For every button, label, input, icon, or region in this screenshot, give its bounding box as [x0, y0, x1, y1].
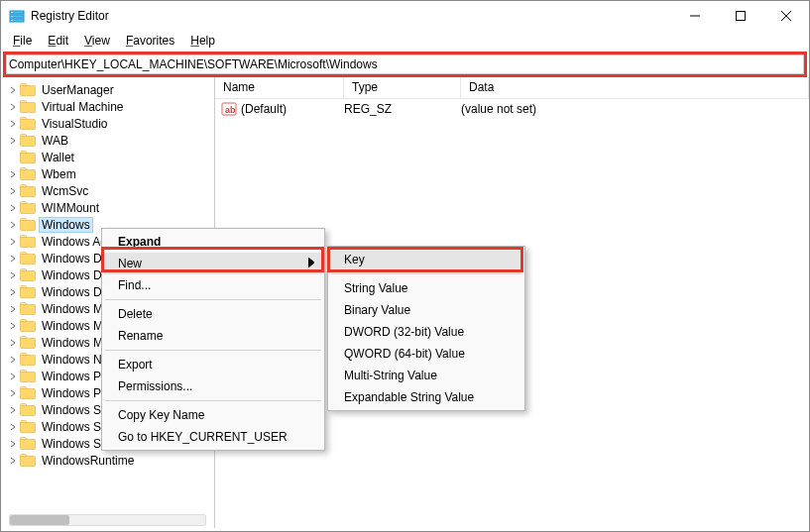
- window-controls: [672, 1, 809, 31]
- menu-item-copy-key-name[interactable]: Copy Key Name: [104, 404, 322, 426]
- tree-item[interactable]: VisualStudio: [1, 115, 214, 132]
- folder-icon: [20, 167, 36, 180]
- menu-item-expand[interactable]: Expand: [104, 231, 322, 253]
- menu-item-go-to-hkey-current-user[interactable]: Go to HKEY_CURRENT_USER: [104, 426, 322, 448]
- svg-rect-17: [21, 137, 36, 147]
- svg-rect-35: [21, 288, 36, 298]
- folder-icon: [20, 370, 36, 382]
- tree-item[interactable]: UserManager: [1, 81, 214, 98]
- expand-icon[interactable]: [7, 84, 18, 95]
- tree-horizontal-scrollbar[interactable]: [9, 514, 206, 526]
- menu-item-multi-string-value[interactable]: Multi-String Value: [330, 365, 522, 386]
- context-menu[interactable]: ExpandNewFind...DeleteRenameExportPermis…: [101, 228, 325, 451]
- expand-icon[interactable]: [7, 455, 18, 466]
- context-submenu-new[interactable]: KeyString ValueBinary ValueDWORD (32-bit…: [327, 246, 525, 411]
- menu-item-new[interactable]: New: [104, 253, 322, 274]
- svg-rect-53: [21, 440, 36, 450]
- svg-rect-27: [21, 221, 36, 231]
- menu-item-rename[interactable]: Rename: [104, 325, 322, 347]
- submenu-arrow-icon: [308, 257, 314, 270]
- menu-item-find[interactable]: Find...: [104, 274, 322, 296]
- menu-item-delete[interactable]: Delete: [104, 303, 322, 325]
- menu-item-qword-64-bit-value[interactable]: QWORD (64-bit) Value: [330, 343, 522, 365]
- expand-icon[interactable]: [7, 236, 18, 247]
- folder-icon: [20, 201, 36, 214]
- window-titlebar: Registry Editor: [1, 1, 809, 31]
- tree-item[interactable]: Wallet: [1, 149, 214, 165]
- folder-icon: [20, 151, 36, 163]
- svg-rect-31: [21, 255, 36, 265]
- menu-item-key[interactable]: Key: [330, 249, 522, 270]
- col-data[interactable]: Data: [461, 77, 809, 98]
- expand-icon[interactable]: [7, 202, 18, 213]
- tree-item[interactable]: WAB: [1, 132, 214, 149]
- folder-icon: [20, 268, 36, 281]
- svg-rect-23: [21, 187, 36, 197]
- folder-icon: [20, 302, 36, 315]
- svg-rect-33: [21, 271, 36, 281]
- minimize-button[interactable]: [672, 1, 718, 31]
- tree-item-label: Virtual Machine: [40, 100, 126, 114]
- expand-icon[interactable]: [7, 320, 18, 331]
- menu-edit[interactable]: Edit: [40, 32, 76, 50]
- menu-file[interactable]: File: [5, 32, 40, 50]
- col-name[interactable]: Name: [215, 77, 344, 98]
- col-type[interactable]: Type: [344, 77, 461, 98]
- expand-icon[interactable]: [7, 118, 18, 129]
- expand-icon[interactable]: [7, 185, 18, 196]
- menu-view[interactable]: View: [76, 32, 118, 50]
- expand-icon[interactable]: [7, 303, 18, 314]
- expand-icon[interactable]: [7, 269, 18, 280]
- expand-icon[interactable]: [7, 421, 18, 432]
- address-bar[interactable]: Computer\HKEY_LOCAL_MACHINE\SOFTWARE\Mic…: [6, 54, 804, 74]
- expand-icon[interactable]: [7, 168, 18, 179]
- tree-item[interactable]: WindowsRuntime: [1, 452, 214, 469]
- tree-item-label: WcmSvc: [40, 184, 90, 198]
- close-button[interactable]: [763, 1, 809, 31]
- folder-icon: [20, 403, 36, 416]
- folder-icon: [20, 437, 36, 450]
- menu-item-expandable-string-value[interactable]: Expandable String Value: [330, 386, 522, 408]
- svg-rect-49: [21, 406, 36, 416]
- value-data: (value not set): [461, 102, 536, 116]
- tree-item[interactable]: Wbem: [1, 165, 214, 182]
- menu-item-string-value[interactable]: String Value: [330, 277, 522, 299]
- tree-item-label: Windows: [40, 218, 92, 232]
- expand-icon[interactable]: [7, 253, 18, 264]
- value-row[interactable]: ab(Default)REG_SZ(value not set): [215, 99, 809, 119]
- svg-rect-5: [11, 20, 13, 21]
- tree-item-label: Wallet: [40, 151, 76, 164]
- tree-item[interactable]: WIMMount: [1, 199, 214, 216]
- expand-icon[interactable]: [7, 286, 18, 297]
- expand-icon[interactable]: [7, 387, 18, 398]
- expand-icon[interactable]: [7, 354, 18, 365]
- menu-favorites[interactable]: Favorites: [118, 32, 182, 50]
- expand-icon[interactable]: [7, 101, 18, 112]
- expand-icon[interactable]: [7, 219, 18, 230]
- svg-rect-43: [21, 356, 36, 366]
- menu-item-permissions[interactable]: Permissions...: [104, 375, 322, 397]
- menu-help[interactable]: Help: [182, 32, 223, 50]
- svg-rect-19: [21, 154, 36, 163]
- expand-icon[interactable]: [7, 135, 18, 146]
- tree-item[interactable]: Virtual Machine: [1, 98, 214, 115]
- menu-item-export[interactable]: Export: [104, 354, 322, 375]
- window-title: Registry Editor: [31, 9, 672, 23]
- expand-icon[interactable]: [7, 438, 18, 449]
- svg-rect-29: [21, 238, 36, 248]
- expand-icon[interactable]: [7, 404, 18, 415]
- tree-item[interactable]: WcmSvc: [1, 182, 214, 199]
- svg-rect-55: [21, 457, 36, 467]
- maximize-button[interactable]: [718, 1, 763, 31]
- tree-item-label: Wbem: [40, 167, 78, 181]
- menu-item-binary-value[interactable]: Binary Value: [330, 299, 522, 321]
- svg-rect-37: [21, 305, 36, 315]
- scrollbar-thumb[interactable]: [10, 515, 69, 525]
- menu-item-dword-32-bit-value[interactable]: DWORD (32-bit) Value: [330, 321, 522, 343]
- value-list-header[interactable]: Name Type Data: [215, 77, 809, 99]
- expand-icon[interactable]: [7, 337, 18, 348]
- expand-icon[interactable]: [7, 371, 18, 381]
- svg-rect-21: [21, 170, 36, 180]
- folder-icon: [20, 100, 36, 113]
- folder-icon: [20, 353, 36, 366]
